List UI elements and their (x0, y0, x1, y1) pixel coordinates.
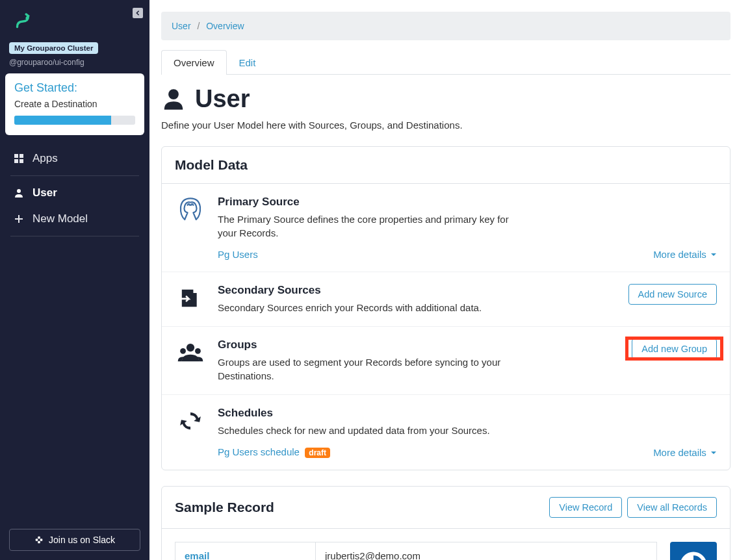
svg-rect-6 (38, 537, 40, 539)
secondary-sources-row: Secondary Sources Secondary Sources enri… (162, 272, 730, 327)
logo (12, 10, 140, 35)
get-started-card[interactable]: Get Started: Create a Destination (5, 73, 144, 135)
caret-down-icon (710, 450, 717, 456)
svg-rect-7 (40, 539, 43, 541)
caret-down-icon (710, 251, 717, 258)
groups-row: Groups Groups are used to segment your R… (162, 327, 730, 395)
breadcrumb: User / Overview (161, 12, 731, 40)
draft-badge: draft (305, 448, 330, 458)
breadcrumb-sep: / (197, 21, 200, 31)
pg-users-link[interactable]: Pg Users (218, 249, 258, 260)
page-title: User (195, 85, 250, 113)
sidebar: My Grouparoo Cluster @grouparoo/ui-confi… (0, 0, 149, 560)
get-started-title: Get Started: (14, 81, 135, 95)
sample-record-header: Sample Record (175, 500, 274, 515)
cluster-sub: @grouparoo/ui-config (9, 58, 140, 67)
user-icon (161, 87, 186, 112)
record-key-email[interactable]: email (175, 542, 316, 560)
cluster-badge[interactable]: My Grouparoo Cluster (9, 42, 98, 54)
sidebar-item-apps[interactable]: Apps (10, 146, 139, 172)
tabs: Overview Edit (161, 49, 731, 75)
slack-btn-label: Join us on Slack (49, 535, 115, 545)
join-slack-button[interactable]: Join us on Slack (9, 529, 140, 551)
breadcrumb-user[interactable]: User (172, 21, 191, 31)
svg-rect-3 (19, 159, 23, 163)
schedules-title: Schedules (218, 407, 717, 420)
pg-users-schedule-link[interactable]: Pg Users schedule (218, 446, 300, 457)
schedules-more-details[interactable]: More details (653, 447, 717, 458)
user-icon (13, 188, 25, 198)
tab-edit[interactable]: Edit (227, 50, 268, 75)
sample-record-table: email jrubertis2@demo.com (175, 542, 657, 560)
schedules-row: Schedules Schedules check for new and up… (162, 395, 730, 470)
svg-point-4 (17, 189, 21, 193)
postgres-icon (175, 196, 206, 260)
destination-logo (670, 542, 717, 560)
users-group-icon (175, 338, 206, 383)
svg-point-11 (180, 348, 186, 354)
svg-rect-0 (14, 154, 18, 158)
model-data-card: Model Data Primary Source The Primary So… (161, 146, 731, 470)
page-header: User (161, 85, 731, 113)
view-record-button[interactable]: View Record (549, 497, 622, 518)
primary-source-desc: The Primary Source defines the core prop… (218, 212, 517, 240)
page-description: Define your User Model here with Sources… (161, 120, 731, 131)
collapse-sidebar-button[interactable] (133, 8, 143, 18)
svg-point-12 (195, 348, 201, 354)
sidebar-item-label: Apps (32, 152, 58, 165)
grid-icon (13, 153, 25, 164)
sidebar-item-label: User (32, 186, 57, 199)
primary-source-more-details[interactable]: More details (653, 249, 717, 260)
add-new-group-button[interactable]: Add new Group (632, 338, 717, 359)
svg-point-9 (168, 89, 179, 99)
slack-icon (34, 535, 44, 544)
sync-icon (175, 407, 206, 458)
plus-icon (13, 214, 25, 224)
model-data-header: Model Data (175, 157, 717, 173)
import-icon (175, 284, 206, 314)
svg-rect-1 (19, 154, 23, 158)
breadcrumb-overview[interactable]: Overview (206, 21, 244, 31)
primary-source-row: Primary Source The Primary Source define… (162, 184, 730, 272)
primary-source-title: Primary Source (218, 196, 717, 209)
add-new-source-button[interactable]: Add new Source (628, 284, 717, 305)
sample-record-card: Sample Record View Record View all Recor… (161, 486, 731, 560)
groups-desc: Groups are used to segment your Records … (218, 355, 517, 383)
svg-rect-2 (14, 159, 18, 163)
sidebar-item-label: New Model (32, 212, 88, 225)
secondary-sources-desc: Secondary Sources enrich your Records wi… (218, 301, 517, 314)
tab-overview[interactable]: Overview (161, 50, 227, 75)
groups-title: Groups (218, 338, 620, 351)
progress-bar (14, 116, 135, 125)
record-value-email: jrubertis2@demo.com (316, 542, 656, 560)
svg-point-10 (187, 344, 194, 351)
sidebar-item-user[interactable]: User (10, 180, 139, 206)
get-started-subtitle: Create a Destination (14, 99, 135, 109)
sidebar-item-new-model[interactable]: New Model (10, 206, 139, 232)
progress-fill (14, 116, 111, 125)
schedules-desc: Schedules check for new and updated data… (218, 424, 517, 437)
table-row: email jrubertis2@demo.com (175, 542, 657, 560)
secondary-sources-title: Secondary Sources (218, 284, 617, 297)
svg-rect-5 (36, 539, 38, 541)
view-all-records-button[interactable]: View all Records (627, 497, 717, 518)
main-content: User / Overview Overview Edit User Defin… (149, 0, 750, 560)
svg-rect-8 (38, 541, 40, 544)
